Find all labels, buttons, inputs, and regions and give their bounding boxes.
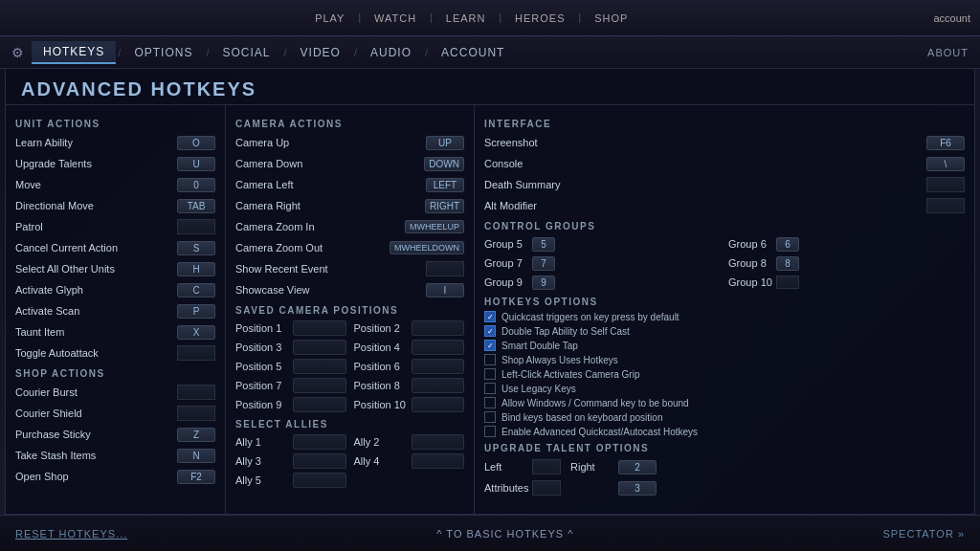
hk-scan: Activate Scan P <box>15 301 215 320</box>
hk-glyph-key[interactable]: C <box>177 283 215 298</box>
top-nav-play[interactable]: PLAY <box>305 9 354 28</box>
hk-autoattack-key[interactable] <box>177 345 215 361</box>
hk-camera-up-key[interactable]: UP <box>426 136 464 150</box>
hk-alt-modifier-key[interactable] <box>926 198 965 213</box>
pos-3-key[interactable] <box>293 340 346 355</box>
cg-8-key[interactable]: 8 <box>776 256 799 271</box>
hk-console: Console \ <box>484 154 965 173</box>
cb-quickcast[interactable]: Quickcast triggers on key press by defau… <box>484 311 965 322</box>
cb-windows-key[interactable]: Allow Windows / Command key to be bound <box>484 397 965 408</box>
top-nav-learn[interactable]: LEARN <box>436 9 496 28</box>
cb-bind-keyboard-box[interactable] <box>484 411 496 423</box>
hk-zoom-out-key[interactable]: MWHEELDOWN <box>390 241 464 254</box>
hk-showcase-key[interactable]: I <box>426 283 464 298</box>
pos-4-key[interactable] <box>412 340 465 355</box>
pos-1: Position 1 <box>235 320 346 337</box>
cb-legacy-keys-box[interactable] <box>484 383 496 394</box>
hk-move-key[interactable]: 0 <box>177 178 215 192</box>
cb-smart-double-box[interactable] <box>484 340 496 351</box>
hk-taunt-key[interactable]: X <box>177 325 215 340</box>
ut-attributes-val[interactable]: 3 <box>618 481 657 496</box>
checkboxes-list: Quickcast triggers on key press by defau… <box>484 311 965 437</box>
ally-3-key[interactable] <box>293 453 346 469</box>
ut-left-key[interactable] <box>532 459 561 474</box>
tab-hotkeys[interactable]: HOTKEYS <box>32 41 116 64</box>
hk-learn-ability-key[interactable]: O <box>177 136 215 150</box>
cg-8: Group 8 8 <box>728 254 965 272</box>
tab-social[interactable]: SOCIAL <box>212 42 282 63</box>
cg-10-key[interactable] <box>776 276 799 289</box>
tab-video[interactable]: VIDEO <box>289 42 352 63</box>
pos-7-key[interactable] <box>293 378 346 393</box>
hk-take-stash-key[interactable]: N <box>177 449 215 463</box>
hk-scan-key[interactable]: P <box>177 304 215 319</box>
hk-show-recent-key[interactable] <box>426 261 464 276</box>
cb-legacy-keys[interactable]: Use Legacy Keys <box>484 383 965 394</box>
hk-select-all-key[interactable]: H <box>177 262 215 276</box>
ally-4: Ally 4 <box>354 452 465 470</box>
hk-console-key[interactable]: \ <box>926 157 965 171</box>
reset-hotkeys-button[interactable]: RESET HOTKEYS... <box>15 528 127 540</box>
about-button[interactable]: ABOUT <box>927 47 969 58</box>
hk-cancel-key[interactable]: S <box>177 241 215 255</box>
cb-advanced-quickcast[interactable]: Enable Advanced Quickcast/Autocast Hotke… <box>484 426 965 437</box>
hk-upgrade-talents-key[interactable]: U <box>177 157 215 171</box>
pos-10-key[interactable] <box>412 397 465 412</box>
hk-camera-down-key[interactable]: DOWN <box>424 157 464 171</box>
cb-double-tap[interactable]: Double Tap Ability to Self Cast <box>484 325 965 337</box>
ally-2-key[interactable] <box>412 434 465 450</box>
cb-left-click[interactable]: Left-Click Activates Camera Grip <box>484 368 965 380</box>
hk-open-shop: Open Shop F2 <box>15 467 215 486</box>
hk-camera-left-key[interactable]: LEFT <box>426 178 464 192</box>
hk-patrol-key[interactable] <box>177 219 215 234</box>
pos-8-key[interactable] <box>412 378 465 393</box>
ally-1-key[interactable] <box>293 434 346 450</box>
pos-9-key[interactable] <box>293 397 346 412</box>
cb-advanced-quickcast-box[interactable] <box>484 426 496 437</box>
hk-take-stash: Take Stash Items N <box>15 446 215 465</box>
hk-screenshot-key[interactable]: F6 <box>926 136 965 150</box>
ut-attributes-key[interactable] <box>532 480 561 496</box>
top-navigation: PLAY | WATCH | LEARN | HEROES | SHOP <box>10 9 933 28</box>
cb-left-click-box[interactable] <box>484 368 496 380</box>
ally-3: Ally 3 <box>235 452 346 470</box>
pos-5-key[interactable] <box>293 359 346 374</box>
cb-double-tap-box[interactable] <box>484 325 496 337</box>
spectator-button[interactable]: SPECTATOR » <box>882 528 965 540</box>
cb-bind-keyboard[interactable]: Bind keys based on keyboard position <box>484 411 965 423</box>
cb-quickcast-box[interactable] <box>484 311 496 322</box>
cg-6-key[interactable]: 6 <box>776 237 799 252</box>
hk-camera-right-key[interactable]: RIGHT <box>425 199 464 213</box>
basic-hotkeys-button[interactable]: ^ TO BASIC HOTKEYS ^ <box>127 528 882 540</box>
tab-account[interactable]: ACCOUNT <box>430 42 516 63</box>
cg-7-key[interactable]: 7 <box>532 256 555 271</box>
ally-5-key[interactable] <box>293 473 346 488</box>
cg-9-key[interactable]: 9 <box>532 276 555 290</box>
hk-autoattack: Toggle Autoattack <box>15 343 215 363</box>
account-area[interactable]: account <box>933 12 970 24</box>
cb-shop-hotkeys[interactable]: Shop Always Uses Hotkeys <box>484 354 965 365</box>
hk-death-summary-key[interactable] <box>926 177 965 192</box>
tab-audio[interactable]: AUDIO <box>359 42 423 63</box>
hk-open-shop-key[interactable]: F2 <box>177 470 215 484</box>
hk-courier-shield-key[interactable] <box>177 406 215 421</box>
cb-windows-key-box[interactable] <box>484 397 496 408</box>
pos-1-key[interactable] <box>293 320 346 336</box>
ut-right-key[interactable]: 2 <box>618 460 657 474</box>
cg-5-key[interactable]: 5 <box>532 237 555 252</box>
top-nav-watch[interactable]: WATCH <box>365 9 426 28</box>
ally-4-key[interactable] <box>412 453 465 469</box>
pos-2-key[interactable] <box>412 320 465 336</box>
shop-actions-header: SHOP ACTIONS <box>15 368 215 379</box>
cb-smart-double[interactable]: Smart Double Tap <box>484 340 965 351</box>
cb-shop-hotkeys-box[interactable] <box>484 354 496 365</box>
hk-zoom-in-key[interactable]: MWHEELUP <box>405 220 464 233</box>
tab-options[interactable]: OPTIONS <box>122 42 204 63</box>
pos-6-key[interactable] <box>412 359 465 374</box>
top-nav-heroes[interactable]: HEROES <box>505 9 574 28</box>
hk-directional-move-key[interactable]: TAB <box>177 199 215 213</box>
top-nav-shop[interactable]: SHOP <box>585 9 637 28</box>
hk-courier-burst-key[interactable] <box>177 385 215 400</box>
camera-positions-grid: Position 1 Position 2 Position 3 Positio… <box>235 320 464 413</box>
hk-purchase-sticky-key[interactable]: Z <box>177 428 215 442</box>
